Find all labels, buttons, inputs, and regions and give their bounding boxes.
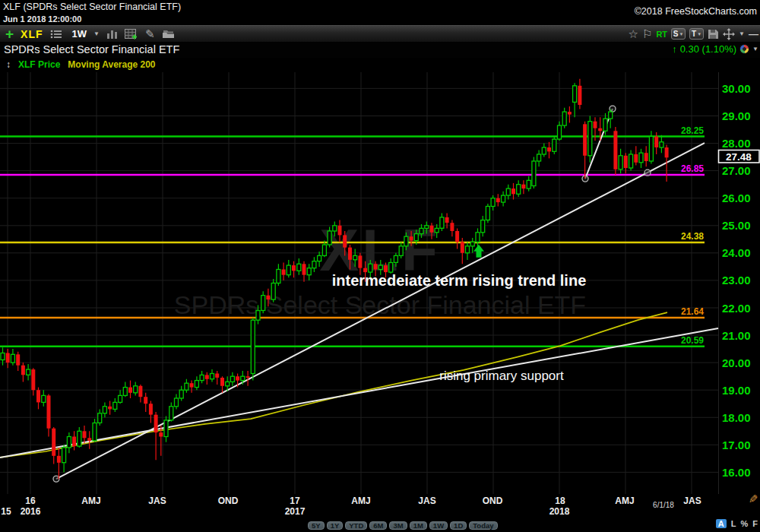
svg-text:6/1/18: 6/1/18 bbox=[653, 501, 674, 509]
price-change: 0.30 (1.10%) bbox=[680, 43, 736, 55]
svg-text:24.00: 24.00 bbox=[722, 246, 751, 259]
timeframe-button-1w[interactable]: 1W bbox=[429, 521, 448, 530]
svg-text:2016: 2016 bbox=[21, 506, 41, 517]
save-icon[interactable] bbox=[708, 29, 719, 40]
collapse-toolbar-icon[interactable]: — bbox=[749, 28, 758, 40]
svg-text:AMJ: AMJ bbox=[615, 496, 634, 506]
svg-text:27.00: 27.00 bbox=[722, 164, 751, 177]
svg-text:28.00: 28.00 bbox=[722, 137, 751, 150]
color-wheel-icon[interactable] bbox=[739, 44, 749, 54]
svg-text:23.00: 23.00 bbox=[722, 274, 751, 287]
svg-text:JAS: JAS bbox=[418, 496, 435, 506]
timeframe-button-1m[interactable]: 1M bbox=[410, 521, 427, 530]
svg-text:JAS: JAS bbox=[683, 496, 701, 506]
legend-row: ↕ XLF Price Moving Average 200 bbox=[0, 58, 760, 71]
svg-text:22.00: 22.00 bbox=[722, 302, 751, 315]
svg-text:2018: 2018 bbox=[549, 506, 570, 517]
svg-text:19.00: 19.00 bbox=[722, 384, 751, 397]
watchlist-icon[interactable] bbox=[50, 30, 62, 39]
timeframe-button-1y[interactable]: 1Y bbox=[327, 521, 344, 530]
timeframe-button-3m[interactable]: 3M bbox=[389, 521, 407, 530]
copyright-text: ©2018 FreeStockCharts.com bbox=[635, 6, 757, 17]
svg-text:21.64: 21.64 bbox=[681, 306, 704, 317]
timeframe-button-1d[interactable]: 1D bbox=[450, 521, 467, 530]
svg-text:15: 15 bbox=[1, 506, 11, 517]
svg-text:20.00: 20.00 bbox=[722, 356, 751, 369]
period-button[interactable]: 1W bbox=[72, 28, 87, 40]
timeframe-buttons: 5Y1YYTD6M3M1M1W1DToday bbox=[308, 521, 498, 530]
timeframe-button-6m[interactable]: 6M bbox=[369, 521, 387, 530]
add-indicator-icon[interactable] bbox=[125, 29, 138, 40]
symbol-title: XLF (SPDRs Select Sector Financial ETF) bbox=[3, 2, 181, 12]
svg-text:OND: OND bbox=[218, 496, 239, 506]
type-menu-button[interactable]: T▼ bbox=[689, 28, 704, 40]
period-caret-icon[interactable]: ▼ bbox=[93, 30, 100, 37]
chart-canvas[interactable]: XLFSPDRs Select Sector Financial ETF28.2… bbox=[0, 0, 760, 532]
bottom-bar: 5Y1YYTD6M3M1M1W1DToday ✎ AL%F bbox=[0, 519, 760, 532]
svg-text:26.00: 26.00 bbox=[722, 192, 751, 204]
svg-text:16.00: 16.00 bbox=[722, 466, 751, 479]
top-info-bar: XLF (SPDRs Select Sector Financial ETF) … bbox=[0, 0, 760, 25]
scale-toggle-%[interactable]: % bbox=[740, 519, 748, 528]
legend-ma-series[interactable]: Moving Average 200 bbox=[68, 59, 155, 70]
quickdraw-pencil-icon[interactable]: ✎ bbox=[749, 492, 758, 506]
svg-text:18: 18 bbox=[555, 496, 565, 506]
scale-toggle-l[interactable]: L bbox=[731, 519, 736, 528]
svg-text:AMJ: AMJ bbox=[81, 496, 100, 506]
draw-pencil-icon[interactable]: ✎ bbox=[145, 28, 155, 40]
legend-price-series[interactable]: XLF Price bbox=[18, 59, 60, 70]
svg-text:30.00: 30.00 bbox=[722, 82, 751, 95]
scale-menu-button[interactable]: S▼ bbox=[671, 28, 686, 40]
flag-icon[interactable]: ⚐ bbox=[642, 28, 652, 40]
svg-text:25.00: 25.00 bbox=[722, 219, 751, 232]
volume-bars-icon[interactable] bbox=[106, 29, 118, 39]
change-menu-caret-icon[interactable]: ▼ bbox=[752, 46, 758, 52]
title-row: SPDRs Select Sector Financial ETF ↑ 0.30… bbox=[0, 42, 760, 58]
svg-text:26.85: 26.85 bbox=[681, 163, 704, 174]
timeframe-button-5y[interactable]: 5Y bbox=[308, 521, 325, 530]
symbol-button[interactable]: XLF bbox=[21, 28, 43, 40]
svg-text:28.25: 28.25 bbox=[681, 125, 704, 136]
svg-text:16: 16 bbox=[25, 496, 36, 506]
svg-text:rising primary support: rising primary support bbox=[439, 369, 564, 383]
change-up-arrow-icon: ↑ bbox=[672, 43, 677, 55]
svg-text:29.00: 29.00 bbox=[722, 109, 751, 122]
realtime-badge: RT bbox=[656, 30, 667, 39]
add-symbol-icon[interactable]: + bbox=[5, 28, 14, 40]
svg-text:2017: 2017 bbox=[285, 506, 306, 517]
folders-icon[interactable] bbox=[162, 29, 175, 39]
favorite-star-icon[interactable]: ☆ bbox=[629, 28, 638, 40]
svg-text:SPDRs Select Sector Financial: SPDRs Select Sector Financial ETF bbox=[174, 290, 586, 319]
svg-text:17: 17 bbox=[290, 496, 300, 506]
etf-full-name: SPDRs Select Sector Financial ETF bbox=[4, 43, 179, 55]
svg-text:AMJ: AMJ bbox=[351, 496, 370, 506]
move-tool-icon[interactable] bbox=[723, 28, 735, 40]
svg-text:OND: OND bbox=[483, 496, 503, 506]
svg-text:21.00: 21.00 bbox=[722, 329, 751, 342]
timeframe-button-ytd[interactable]: YTD bbox=[345, 521, 367, 530]
reorder-updown-icon[interactable]: ↕ bbox=[6, 59, 11, 70]
svg-text:18.00: 18.00 bbox=[722, 411, 751, 424]
svg-text:20.59: 20.59 bbox=[681, 335, 704, 346]
svg-text:24.38: 24.38 bbox=[681, 231, 704, 242]
chart-toolbar: + XLF 1W ▼ ✎ ☆ ⚐ RT S▼ T▼ bbox=[0, 25, 760, 42]
scale-toggle-f[interactable]: F bbox=[752, 519, 758, 528]
scale-toggle-a[interactable]: A bbox=[716, 519, 727, 528]
timeframe-button-today[interactable]: Today bbox=[469, 521, 497, 530]
svg-text:intermedeiate term rising tren: intermedeiate term rising trend line bbox=[332, 272, 587, 289]
scale-status-toggles: AL%F bbox=[716, 519, 758, 528]
svg-text:17.00: 17.00 bbox=[722, 439, 751, 451]
svg-text:27.48: 27.48 bbox=[726, 151, 752, 163]
toolbar-more-caret-icon[interactable]: ▼ bbox=[739, 30, 745, 37]
svg-text:JAS: JAS bbox=[148, 496, 166, 506]
chart-datetime: Jun 1 2018 12:00:00 bbox=[3, 14, 81, 24]
